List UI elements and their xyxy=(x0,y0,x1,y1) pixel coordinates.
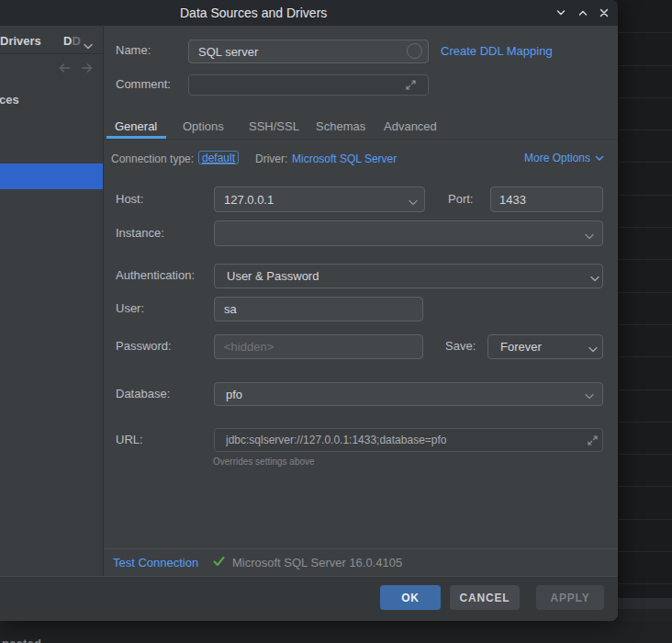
tab-strip-divider xyxy=(104,139,618,140)
connection-type-label: Connection type: xyxy=(111,152,194,165)
chevron-down-icon xyxy=(595,155,604,162)
background-status-bar xyxy=(0,621,672,643)
background-scrollbar-band xyxy=(617,598,672,609)
instance-label: Instance: xyxy=(116,226,164,241)
tab-general[interactable]: General xyxy=(115,119,157,133)
instance-combobox[interactable] xyxy=(214,220,603,246)
background-editor-strip xyxy=(617,0,672,621)
status-bar-text: nected xyxy=(2,637,41,643)
more-options-label: More Options xyxy=(524,152,590,164)
comment-input[interactable] xyxy=(188,74,429,96)
port-label: Port: xyxy=(448,192,473,207)
password-label: Password: xyxy=(116,339,172,354)
expand-icon[interactable] xyxy=(405,78,417,95)
name-input[interactable] xyxy=(188,39,429,63)
authentication-label: Authentication: xyxy=(116,268,195,283)
user-label: User: xyxy=(116,301,144,316)
more-options-dropdown[interactable]: More Options xyxy=(524,152,604,164)
sidebar-tab-ddl-mappings-truncated[interactable]: DD xyxy=(63,34,81,48)
comment-label: Comment: xyxy=(116,77,171,92)
host-label: Host: xyxy=(116,192,143,207)
back-arrow-icon[interactable] xyxy=(58,61,71,77)
tab-options[interactable]: Options xyxy=(183,119,224,133)
test-row-divider xyxy=(104,548,618,549)
apply-button[interactable]: APPLY xyxy=(536,585,604,610)
checkmark-icon xyxy=(212,555,226,571)
database-combobox[interactable] xyxy=(214,382,603,406)
dialog-titlebar[interactable]: Data Sources and Drivers xyxy=(0,0,618,26)
sidebar-tab-truncated-fade: D xyxy=(72,34,80,48)
url-label: URL: xyxy=(116,433,143,447)
window-close-icon[interactable] xyxy=(599,7,610,18)
password-input[interactable] xyxy=(214,334,423,359)
sidebar-list-item-truncated[interactable]: ces xyxy=(0,93,19,107)
sidebar-tabs-chevron-down-icon[interactable] xyxy=(83,38,94,54)
tab-ssh-ssl[interactable]: SSH/SSL xyxy=(249,119,299,133)
host-combobox[interactable] xyxy=(214,186,425,212)
port-input[interactable] xyxy=(490,186,603,212)
sidebar-tab-drivers[interactable]: Drivers xyxy=(0,34,41,48)
dialog-title: Data Sources and Drivers xyxy=(180,6,327,20)
tab-advanced[interactable]: Advanced xyxy=(384,119,437,133)
test-connection-link[interactable]: Test Connection xyxy=(113,556,198,570)
screen: nected Data Sources and Drivers Drivers … xyxy=(0,0,672,643)
authentication-combobox[interactable]: User & Password xyxy=(214,264,603,288)
sidebar-selected-datasource-row[interactable] xyxy=(0,164,104,189)
create-ddl-mapping-link[interactable]: Create DDL Mapping xyxy=(441,44,553,58)
data-sources-dialog: Data Sources and Drivers Drivers DD xyxy=(0,0,618,621)
name-label: Name: xyxy=(116,43,151,58)
url-input[interactable] xyxy=(214,428,603,452)
driver-link[interactable]: Microsoft SQL Server xyxy=(292,152,397,165)
dialog-footer xyxy=(0,576,618,621)
save-label: Save: xyxy=(445,339,476,354)
driver-label: Driver: xyxy=(255,152,287,165)
connection-type-dropdown[interactable]: default xyxy=(198,151,239,164)
window-maximize-icon[interactable] xyxy=(577,7,588,18)
database-label: Database: xyxy=(116,387,170,401)
url-override-note: Overrides settings above xyxy=(213,457,315,467)
cancel-button[interactable]: CANCEL xyxy=(450,585,520,610)
loading-spinner-icon xyxy=(407,43,422,59)
sidebar-tab-truncated-letter: D xyxy=(63,34,72,48)
tab-schemas[interactable]: Schemas xyxy=(316,119,365,133)
user-input[interactable] xyxy=(214,297,423,322)
sidebar-header-divider xyxy=(0,53,103,54)
sidebar-panel: Drivers DD ces xyxy=(0,26,103,577)
save-combobox[interactable]: Forever xyxy=(487,334,603,359)
window-restore-down-icon[interactable] xyxy=(555,7,566,18)
ok-button[interactable]: OK xyxy=(380,585,441,610)
background-lower-band xyxy=(617,609,672,621)
forward-arrow-icon[interactable] xyxy=(81,61,94,77)
test-connection-result: Microsoft SQL Server 16.0.4105 xyxy=(232,556,402,570)
expand-icon[interactable] xyxy=(587,434,599,450)
